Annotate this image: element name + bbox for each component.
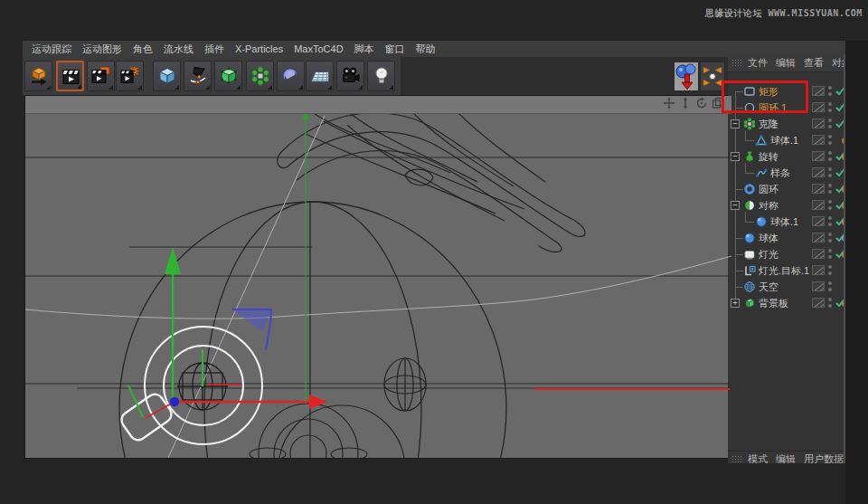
deformer-button[interactable]	[246, 61, 274, 91]
layer-swatch[interactable]	[812, 200, 825, 210]
menu-item-7[interactable]: MaxToC4D	[289, 41, 347, 57]
camera-button[interactable]	[336, 61, 364, 91]
layer-swatch[interactable]	[812, 167, 825, 177]
enabled-check-icon[interactable]	[835, 215, 845, 227]
spline-pen-button[interactable]	[184, 61, 212, 91]
layer-swatch[interactable]	[812, 184, 825, 194]
enabled-check-icon[interactable]	[835, 101, 845, 113]
object-row-13[interactable]: 天空	[728, 279, 844, 295]
om-menu-4[interactable]: 对象	[832, 56, 845, 70]
viewport-canvas[interactable]	[25, 96, 731, 458]
visibility-dots[interactable]	[828, 119, 832, 129]
layer-swatch[interactable]	[812, 119, 825, 128]
object-label[interactable]: 球体	[759, 232, 778, 245]
subdivision-surface-button[interactable]	[214, 61, 242, 91]
menu-item-9[interactable]: 窗口	[381, 41, 410, 57]
om-menu-2[interactable]: 编辑	[776, 56, 796, 70]
layer-swatch[interactable]	[812, 102, 825, 112]
object-label[interactable]: 旋转	[759, 150, 778, 164]
om-menu-1[interactable]: 文件	[748, 56, 768, 70]
menu-item-2[interactable]: 运动图形	[78, 41, 127, 57]
enabled-check-icon[interactable]	[835, 248, 845, 260]
object-label[interactable]: 圆环	[759, 183, 778, 196]
expander-plus-icon[interactable]: +	[731, 299, 740, 308]
menu-item-4[interactable]: 流水线	[159, 41, 198, 57]
enabled-check-icon[interactable]	[835, 232, 845, 243]
light-button[interactable]	[367, 61, 395, 91]
enabled-check-icon[interactable]	[835, 166, 845, 178]
viewport[interactable]	[24, 95, 732, 459]
wireframe-spout[interactable]	[278, 113, 585, 252]
layer-swatch[interactable]	[812, 298, 825, 308]
layer-swatch[interactable]	[812, 86, 825, 96]
object-row-4[interactable]: 球体.1	[728, 132, 844, 148]
visibility-dots[interactable]	[828, 265, 832, 276]
axis-y-handle[interactable]	[128, 247, 203, 417]
spheres-drop-button[interactable]	[674, 62, 699, 91]
object-row-7[interactable]: 圆环	[728, 181, 844, 197]
expander-minus-icon[interactable]: −	[731, 119, 740, 128]
layer-swatch[interactable]	[812, 216, 825, 226]
object-label[interactable]: 球体.1	[770, 215, 798, 229]
expander-minus-icon[interactable]: −	[731, 152, 740, 161]
enabled-check-icon[interactable]	[835, 150, 845, 162]
visibility-dots[interactable]	[828, 151, 832, 162]
expander-minus-icon[interactable]: −	[731, 201, 740, 210]
volume-button[interactable]	[277, 61, 305, 91]
axis-origin-handle[interactable]	[170, 397, 179, 406]
visibility-dots[interactable]	[828, 102, 832, 113]
layer-swatch[interactable]	[812, 233, 825, 242]
menu-item-3[interactable]: 角色	[128, 41, 157, 57]
visibility-dots[interactable]	[828, 249, 832, 260]
menu-item-10[interactable]: 帮助	[411, 41, 440, 57]
viewport-pan-icon[interactable]	[663, 97, 675, 113]
enabled-check-icon[interactable]	[835, 85, 845, 97]
enabled-check-icon[interactable]	[835, 183, 845, 195]
visibility-dots[interactable]	[828, 86, 832, 97]
menu-item-8[interactable]: 脚本	[350, 41, 379, 57]
layer-swatch[interactable]	[812, 281, 825, 291]
axis-cube-button[interactable]	[24, 61, 52, 91]
menu-item-1[interactable]: 运动跟踪	[27, 41, 76, 57]
layer-swatch[interactable]	[812, 135, 825, 145]
viewport-rotate-icon[interactable]	[695, 97, 708, 113]
object-label[interactable]: 天空	[759, 281, 778, 294]
menu-item-6[interactable]: X-Particles	[231, 41, 288, 57]
wireframe-small-sphere-right[interactable]	[384, 358, 426, 411]
panel-grip-icon[interactable]	[731, 455, 742, 463]
add-cube-primitive-button[interactable]	[153, 61, 181, 91]
floor-button[interactable]	[306, 61, 334, 91]
wireframe-bottom-sphere[interactable]	[250, 404, 405, 458]
object-label[interactable]: 灯光	[759, 248, 778, 262]
layer-swatch[interactable]	[812, 249, 825, 259]
object-label[interactable]: 克隆	[759, 118, 778, 131]
object-row-10[interactable]: 球体	[728, 230, 844, 246]
enabled-check-icon[interactable]	[835, 199, 845, 211]
visibility-dots[interactable]	[828, 298, 832, 309]
render-view-button[interactable]	[56, 61, 84, 91]
object-label[interactable]: 样条	[770, 166, 790, 180]
panel-grip-icon[interactable]	[731, 59, 742, 67]
am-menu-3[interactable]: 用户数据	[804, 452, 844, 463]
layer-swatch[interactable]	[812, 265, 825, 275]
visibility-dots[interactable]	[828, 233, 832, 243]
render-settings-button[interactable]	[116, 61, 144, 91]
enabled-check-icon[interactable]	[835, 297, 845, 309]
object-row-14[interactable]: +背景板	[728, 295, 844, 311]
visibility-dots[interactable]	[828, 281, 832, 292]
visibility-dots[interactable]	[828, 200, 832, 211]
om-menu-3[interactable]: 查看	[804, 56, 824, 70]
menu-item-5[interactable]: 插件	[200, 41, 229, 57]
object-row-6[interactable]: 样条	[728, 165, 844, 181]
visibility-dots[interactable]	[828, 167, 832, 178]
object-label[interactable]: 背景板	[759, 297, 788, 310]
visibility-dots[interactable]	[828, 216, 832, 227]
object-row-9[interactable]: 球体.1	[728, 214, 844, 230]
object-label[interactable]: 对称	[759, 199, 778, 213]
object-row-12[interactable]: 灯光.目标.1	[728, 262, 844, 279]
visibility-dots[interactable]	[828, 184, 832, 195]
render-picture-viewer-button[interactable]	[87, 61, 115, 91]
object-label[interactable]: 球体.1	[770, 134, 798, 147]
am-menu-2[interactable]: 编辑	[776, 452, 796, 463]
layer-swatch[interactable]	[812, 151, 825, 161]
